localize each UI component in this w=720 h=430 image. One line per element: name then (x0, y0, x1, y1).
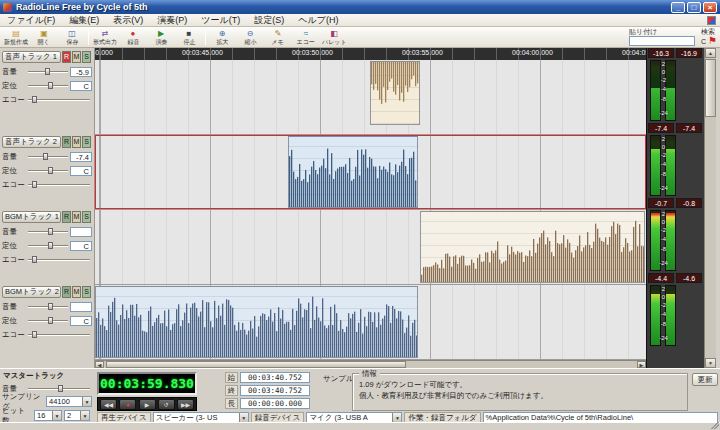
m-toggle-button[interactable]: M (72, 286, 81, 298)
audio-clip-1[interactable] (288, 136, 418, 208)
volume-value[interactable] (70, 227, 92, 237)
volume-slider[interactable] (28, 303, 68, 310)
s-toggle-button[interactable]: S (82, 51, 91, 63)
echo-slider[interactable] (28, 96, 90, 103)
flag-icon[interactable]: ⚑ (708, 36, 717, 46)
menu-item-2[interactable]: 表示(V) (106, 14, 150, 27)
r-toggle-button[interactable]: R (62, 286, 71, 298)
slider-thumb[interactable] (32, 256, 37, 263)
r-toggle-button[interactable]: R (62, 136, 71, 148)
s-toggle-button[interactable]: S (82, 211, 91, 223)
scroll-up-icon[interactable]: ▲ (705, 48, 716, 58)
toolbar-new-button[interactable]: ▤新規作成 (2, 27, 30, 47)
menu-item-6[interactable]: ヘルプ(H) (291, 14, 345, 27)
toolbar-record-button[interactable]: ●録音 (119, 27, 147, 47)
forward-button[interactable]: ▶▶ (177, 399, 194, 410)
toolbar-play-button[interactable]: ▶演奏 (147, 27, 175, 47)
toolbar-zoom-out-button[interactable]: ⊖縮小 (236, 27, 264, 47)
close-button[interactable]: × (703, 2, 717, 13)
slider-thumb[interactable] (32, 181, 37, 188)
slider-thumb[interactable] (32, 331, 37, 338)
chevron-down-icon[interactable]: ▼ (82, 397, 91, 406)
volume-value[interactable]: -5.9 (70, 67, 92, 77)
menu-item-4[interactable]: ツール(T) (194, 14, 247, 27)
toolbar-save-button[interactable]: ◫保存 (58, 27, 86, 47)
end-time-field[interactable]: 00:03:40.752 (240, 385, 310, 396)
slider-thumb[interactable] (48, 317, 53, 324)
work-folder-field[interactable]: %Application Data%\Cycle of 5th\RadioLin… (483, 412, 718, 423)
toolbar-palette-button[interactable]: ◧パレット (320, 27, 348, 47)
slider-thumb[interactable] (58, 385, 63, 392)
pan-value[interactable]: C (70, 316, 92, 326)
pan-slider[interactable] (28, 317, 68, 324)
record-device-select[interactable]: マイク (3- USB A ▼ (306, 412, 402, 423)
slider-thumb[interactable] (45, 68, 50, 75)
pan-value[interactable]: C (70, 166, 92, 176)
scroll-down-icon[interactable]: ▼ (705, 358, 716, 368)
bit-depth-select[interactable]: 16 ▼ (34, 410, 62, 421)
r-toggle-button[interactable]: R (62, 211, 71, 223)
track-name-button[interactable]: BGMトラック 1 (2, 211, 61, 223)
volume-value[interactable] (70, 302, 92, 312)
rewind-button[interactable]: ◀◀ (100, 399, 117, 410)
menu-item-5[interactable]: 設定(S) (247, 14, 291, 27)
slider-thumb[interactable] (48, 303, 53, 310)
loop-button[interactable]: ↺ (158, 399, 175, 410)
m-toggle-button[interactable]: M (72, 51, 81, 63)
lane-0[interactable] (95, 60, 646, 135)
echo-slider[interactable] (28, 331, 90, 338)
track-name-button[interactable]: 音声トラック 1 (2, 51, 61, 63)
updater-icon[interactable] (707, 16, 716, 25)
pan-slider[interactable] (28, 242, 68, 249)
audio-clip-2[interactable] (420, 211, 645, 283)
toolbar-echo-button[interactable]: ≈エコー (292, 27, 320, 47)
volume-slider[interactable] (28, 68, 68, 75)
toolbar-open-button[interactable]: ▣開く (30, 27, 58, 47)
slider-thumb[interactable] (43, 153, 48, 160)
lane-3[interactable] (95, 285, 646, 360)
hscroll-thumb[interactable] (106, 361, 406, 368)
toolbar-stop-button[interactable]: ■停止 (175, 27, 203, 47)
s-toggle-button[interactable]: S (82, 286, 91, 298)
chevron-down-icon[interactable]: ▼ (392, 413, 401, 422)
echo-slider[interactable] (28, 256, 90, 263)
play-button[interactable]: ▶ (139, 399, 156, 410)
paste-input[interactable] (629, 36, 695, 46)
sampling-select[interactable]: 44100 ▼ (46, 396, 92, 407)
chevron-down-icon[interactable]: ▼ (52, 411, 61, 420)
slider-thumb[interactable] (48, 242, 53, 249)
minimize-button[interactable]: _ (671, 2, 685, 13)
audio-clip-0[interactable] (370, 61, 420, 125)
pan-value[interactable]: C (70, 81, 92, 91)
scroll-left-icon[interactable]: ◀ (95, 361, 104, 368)
lane-1[interactable] (95, 135, 646, 210)
track-name-button[interactable]: 音声トラック 2 (2, 136, 61, 148)
toolbar-convert-button[interactable]: ⇄形式出力 (91, 27, 119, 47)
slider-thumb[interactable] (32, 96, 37, 103)
r-toggle-button[interactable]: R (62, 51, 71, 63)
chevron-down-icon[interactable]: ▼ (80, 411, 89, 420)
channel-select[interactable]: 2 ▼ (64, 410, 90, 421)
m-toggle-button[interactable]: M (72, 211, 81, 223)
title-bar[interactable]: RadioLine Free by Cycle of 5th _ □ × (0, 0, 720, 14)
s-toggle-button[interactable]: S (82, 136, 91, 148)
volume-slider[interactable] (28, 153, 68, 160)
menu-item-3[interactable]: 演奏(P) (150, 14, 194, 27)
toolbar-memo-button[interactable]: ✎メモ (264, 27, 292, 47)
pan-value[interactable]: C (70, 241, 92, 251)
maximize-button[interactable]: □ (687, 2, 701, 13)
toolbar-zoom-in-button[interactable]: ⊕拡大 (208, 27, 236, 47)
update-button[interactable]: 更新 (692, 373, 718, 386)
audio-clip-3[interactable] (95, 286, 418, 358)
lane-2[interactable] (95, 210, 646, 285)
vscroll-thumb[interactable] (705, 59, 716, 117)
slider-thumb[interactable] (48, 228, 53, 235)
start-time-field[interactable]: 00:03:40.752 (240, 372, 310, 383)
pan-slider[interactable] (28, 167, 68, 174)
record-button[interactable]: ● (119, 399, 136, 410)
echo-slider[interactable] (28, 181, 90, 188)
m-toggle-button[interactable]: M (72, 136, 81, 148)
menu-item-1[interactable]: 編集(E) (62, 14, 106, 27)
time-ruler[interactable]: 00:03:40.00000:03:45.00000:03:50.00000:0… (95, 48, 646, 60)
scroll-right-icon[interactable]: ▶ (637, 361, 646, 368)
